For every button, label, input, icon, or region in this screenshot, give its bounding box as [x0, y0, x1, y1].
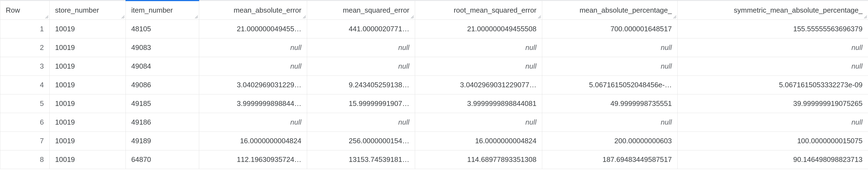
- cell-store: 10019: [50, 57, 126, 76]
- cell-rmse: 3.9999999898844081: [415, 94, 542, 113]
- cell-value: 49.9999998735551: [611, 99, 672, 108]
- cell-value: 49086: [131, 81, 151, 89]
- svg-line-1: [47, 17, 48, 18]
- cell-value: 15.99999991907…: [349, 99, 409, 108]
- cell-value: 3.9999999898844…: [237, 99, 301, 108]
- column-header-item[interactable]: item_number: [126, 1, 199, 20]
- column-header-mape[interactable]: mean_absolute_percentage_: [542, 1, 678, 20]
- svg-line-15: [866, 17, 867, 18]
- null-value: null: [661, 43, 672, 52]
- cell-mse: 441.0000020771…: [307, 20, 415, 38]
- cell-value: 10019: [55, 25, 75, 33]
- cell-value: 7: [40, 137, 44, 145]
- cell-rmse: 3.0402969031229077…: [415, 76, 542, 94]
- cell-value: 3.0402969031229…: [237, 81, 301, 89]
- cell-store: 10019: [50, 76, 126, 94]
- cell-mae: 16.0000000004824: [199, 132, 307, 151]
- svg-line-13: [675, 17, 676, 18]
- cell-value: 3: [40, 62, 44, 70]
- cell-mae: 3.9999999898844…: [199, 94, 307, 113]
- cell-value: 13153.74539181…: [349, 155, 409, 164]
- table-row[interactable]: 1100194810521.000000049455…441.000002077…: [0, 20, 868, 38]
- cell-value: 4: [40, 81, 44, 89]
- cell-value: 90.146498098823713: [793, 155, 863, 164]
- null-value: null: [290, 118, 301, 126]
- cell-value: 5: [40, 99, 44, 108]
- table-row[interactable]: 7100194918916.0000000004824256.000000015…: [0, 132, 868, 151]
- resize-handle-icon[interactable]: [864, 15, 867, 19]
- cell-store: 10019: [50, 151, 126, 169]
- cell-rmse: null: [415, 113, 542, 132]
- column-header-label: root_mean_squared_error: [454, 6, 536, 14]
- svg-line-6: [303, 16, 306, 18]
- column-header-smape[interactable]: symmetric_mean_absolute_percentage_: [678, 1, 868, 20]
- svg-line-8: [411, 16, 414, 18]
- resize-handle-icon[interactable]: [673, 15, 677, 19]
- table-row[interactable]: 61001949186nullnullnullnullnull: [0, 113, 868, 132]
- results-table: Rowstore_numberitem_numbermean_absolute_…: [0, 0, 868, 169]
- cell-value: 6: [40, 118, 44, 126]
- cell-value: 10019: [55, 62, 75, 70]
- resize-handle-icon[interactable]: [303, 15, 306, 19]
- cell-value: 10019: [55, 43, 75, 52]
- svg-line-5: [196, 17, 198, 18]
- column-header-store[interactable]: store_number: [50, 1, 126, 20]
- cell-value: 112.19630935724…: [237, 155, 301, 164]
- resize-handle-icon[interactable]: [121, 15, 125, 19]
- svg-line-12: [674, 16, 676, 18]
- cell-mse: 15.99999991907…: [307, 94, 415, 113]
- cell-value: 49083: [131, 43, 151, 52]
- cell-value: 21.000000049455508: [467, 25, 536, 33]
- column-header-rmse[interactable]: root_mean_squared_error: [415, 1, 542, 20]
- svg-line-3: [123, 17, 124, 18]
- cell-value: 49185: [131, 99, 151, 108]
- cell-item: 64870: [126, 151, 199, 169]
- resize-handle-icon[interactable]: [410, 15, 414, 19]
- resize-handle-icon[interactable]: [194, 15, 198, 19]
- column-header-row[interactable]: Row: [0, 1, 50, 20]
- cell-smape: 100.0000000015075: [678, 132, 868, 151]
- cell-value: 114.68977893351308: [467, 155, 536, 164]
- cell-mae: null: [199, 57, 307, 76]
- cell-value: 21.000000049455…: [237, 25, 301, 33]
- cell-store: 10019: [50, 113, 126, 132]
- cell-smape: 90.146498098823713: [678, 151, 868, 169]
- resize-handle-icon[interactable]: [537, 15, 541, 19]
- column-header-label: mean_absolute_percentage_: [580, 6, 672, 14]
- column-header-label: mean_squared_error: [343, 6, 409, 14]
- column-header-mse[interactable]: mean_squared_error: [307, 1, 415, 20]
- cell-value: 256.0000000154…: [349, 137, 409, 145]
- resize-handle-icon[interactable]: [45, 15, 49, 19]
- svg-line-10: [538, 16, 541, 18]
- cell-value: 16.0000000004824: [240, 137, 301, 145]
- cell-store: 10019: [50, 38, 126, 57]
- null-value: null: [290, 43, 301, 52]
- cell-item: 49086: [126, 76, 199, 94]
- column-header-mae[interactable]: mean_absolute_error: [199, 1, 307, 20]
- cell-mape: 49.9999998735551: [542, 94, 678, 113]
- table-row[interactable]: 21001949083nullnullnullnullnull: [0, 38, 868, 57]
- cell-value: 49186: [131, 118, 151, 126]
- cell-store: 10019: [50, 20, 126, 38]
- null-value: null: [526, 62, 536, 70]
- cell-rmse: 21.000000049455508: [415, 20, 542, 38]
- null-value: null: [851, 43, 863, 52]
- table-row[interactable]: 81001964870112.19630935724…13153.7453918…: [0, 151, 868, 169]
- cell-value: 16.0000000004824: [475, 137, 536, 145]
- cell-item: 49083: [126, 38, 199, 57]
- cell-value: 49189: [131, 137, 151, 145]
- cell-value: 3.0402969031229077…: [460, 81, 536, 89]
- cell-row: 4: [0, 76, 50, 94]
- cell-value: 5.0671615052048456e-…: [589, 81, 672, 89]
- null-value: null: [851, 62, 863, 70]
- cell-mae: 3.0402969031229…: [199, 76, 307, 94]
- null-value: null: [290, 62, 301, 70]
- cell-smape: 155.55555563696379: [678, 20, 868, 38]
- cell-mape: 5.0671615052048456e-…: [542, 76, 678, 94]
- table-row[interactable]: 31001949084nullnullnullnullnull: [0, 57, 868, 76]
- cell-value: 155.55555563696379: [793, 25, 863, 33]
- cell-rmse: null: [415, 57, 542, 76]
- table-row[interactable]: 510019491853.9999999898844…15.9999999190…: [0, 94, 868, 113]
- svg-line-11: [539, 17, 541, 18]
- table-row[interactable]: 410019490863.0402969031229…9.24340525913…: [0, 76, 868, 94]
